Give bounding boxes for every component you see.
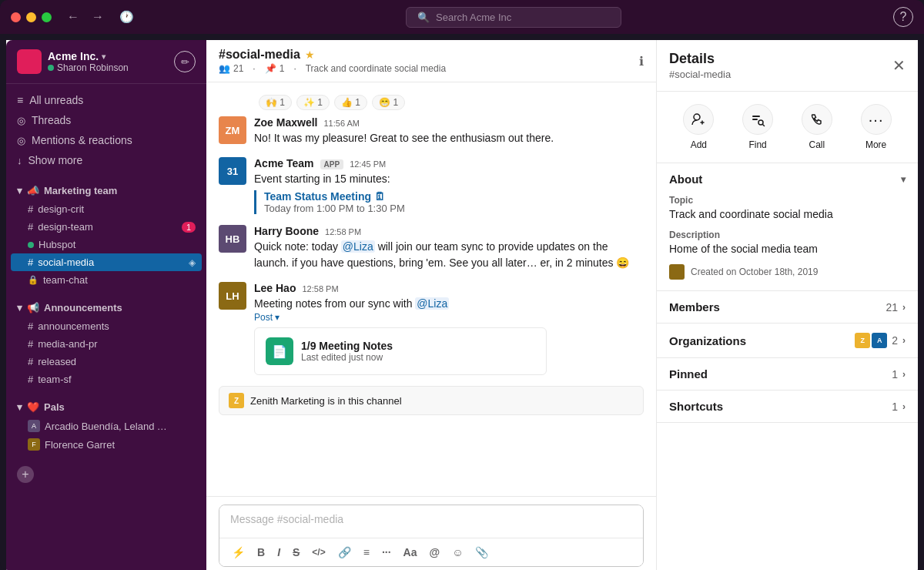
members-section-row[interactable]: Members 21 › bbox=[657, 291, 918, 323]
search-bar[interactable]: 🔍 Search Acme Inc bbox=[406, 7, 621, 28]
harry-time: 12:58 PM bbox=[325, 227, 361, 236]
marketing-section-header[interactable]: ▾ 📣 Marketing team bbox=[6, 181, 206, 200]
created-label: Created on October 18th, 2019 bbox=[691, 267, 818, 277]
search-icon: 🔍 bbox=[417, 12, 430, 23]
code-tool[interactable]: </> bbox=[307, 544, 330, 561]
mac-minimize-button[interactable] bbox=[26, 12, 36, 22]
description-field: Description Home of the social media tea… bbox=[669, 230, 906, 255]
add-channels-button[interactable]: + bbox=[17, 466, 34, 483]
zoe-author[interactable]: Zoe Maxwell bbox=[254, 116, 317, 129]
channel-announcements[interactable]: # announcements bbox=[6, 317, 206, 335]
channel-team-sf[interactable]: # team-sf bbox=[6, 370, 206, 388]
message-acme: 31 Acme Team APP 12:45 PM Event starting… bbox=[219, 157, 644, 214]
sidebar-item-show-more[interactable]: ↓ Show more bbox=[6, 150, 206, 170]
call-action-button[interactable]: Call bbox=[788, 104, 847, 150]
mac-close-button[interactable] bbox=[11, 12, 21, 22]
details-close-button[interactable]: ✕ bbox=[892, 56, 906, 75]
post-attachment[interactable]: 📄 1/9 Meeting Notes Last edited just now bbox=[254, 327, 547, 375]
svg-point-0 bbox=[694, 114, 700, 120]
dm-florence[interactable]: F Florence Garret bbox=[6, 435, 206, 454]
channel-released[interactable]: # released bbox=[6, 353, 206, 370]
about-content: Topic Track and coordinate social media … bbox=[657, 195, 918, 290]
about-section-toggle[interactable]: About ▾ bbox=[657, 163, 918, 195]
sidebar-item-all-unreads[interactable]: ≡ All unreads bbox=[6, 90, 206, 110]
acme-author[interactable]: Acme Team bbox=[254, 157, 314, 169]
mention-tool[interactable]: @ bbox=[424, 543, 444, 562]
pals-section-header[interactable]: ▾ ❤️ Pals bbox=[6, 397, 206, 417]
all-unreads-icon: ≡ bbox=[17, 94, 23, 106]
history-icon[interactable]: 🕐 bbox=[119, 10, 134, 24]
harry-author[interactable]: Harry Boone bbox=[254, 225, 319, 237]
more-formatting-tool[interactable]: ··· bbox=[377, 543, 396, 562]
pinned-count-value: 1 bbox=[892, 368, 898, 381]
channel-hubspot[interactable]: Hubspot bbox=[6, 236, 206, 253]
italic-tool[interactable]: I bbox=[273, 543, 285, 562]
organizations-section-row[interactable]: Organizations Z A 2 › bbox=[657, 324, 918, 357]
reaction-thumbs[interactable]: 👍 1 bbox=[334, 95, 367, 110]
org-chevron-icon: › bbox=[902, 335, 906, 346]
reaction-grin[interactable]: 😁 1 bbox=[372, 95, 405, 110]
pinned-count[interactable]: 📌 1 bbox=[265, 63, 285, 74]
members-label: Members bbox=[669, 300, 720, 314]
details-actions: Add Find Call ·· bbox=[657, 92, 918, 163]
zoe-message-text: No! It was my pleasure! Great to see the… bbox=[254, 130, 644, 146]
hubspot-status-dot bbox=[28, 242, 34, 248]
liza-mention[interactable]: @Liza bbox=[341, 240, 375, 253]
dm-arcadio[interactable]: A Arcadio Buendía, Leland Ygle... bbox=[6, 417, 206, 435]
channel-design-team[interactable]: # design-team 1 bbox=[6, 218, 206, 236]
back-arrow[interactable]: ← bbox=[64, 7, 82, 27]
message-zoe: ZM Zoe Maxwell 11:56 AM No! It was my pl… bbox=[219, 116, 644, 146]
reaction-clap[interactable]: 🙌 1 bbox=[259, 95, 292, 110]
sidebar-nav: ≡ All unreads ◎ Threads ◎ Mentions & rea… bbox=[6, 84, 206, 176]
channel-team-chat[interactable]: 🔒 team-chat bbox=[6, 271, 206, 289]
organizations-label: Organizations bbox=[669, 334, 746, 347]
channel-media-and-pr[interactable]: # media-and-pr bbox=[6, 335, 206, 353]
lee-author[interactable]: Lee Hao bbox=[254, 282, 296, 294]
channel-social-media[interactable]: # social-media ◈ bbox=[11, 253, 202, 271]
about-chevron-icon: ▾ bbox=[901, 174, 906, 185]
lightning-tool[interactable]: ⚡ bbox=[227, 543, 249, 562]
chat-wrapper: #social-media ★ 👥 21 · 📌 1 bbox=[206, 40, 918, 570]
shortcuts-section-row[interactable]: Shortcuts 1 › bbox=[657, 391, 918, 422]
text-style-tool[interactable]: Aa bbox=[399, 543, 422, 562]
florence-avatar: F bbox=[28, 438, 40, 451]
shortcuts-chevron-icon: › bbox=[902, 401, 906, 412]
workspace-avatar bbox=[17, 49, 42, 74]
workspace-name[interactable]: Acme Inc. ▾ bbox=[48, 50, 129, 62]
mac-maximize-button[interactable] bbox=[42, 12, 52, 22]
liza-mention2[interactable]: @Liza bbox=[415, 297, 449, 310]
strikethrough-tool[interactable]: S bbox=[288, 543, 304, 562]
input-toolbar: ⚡ B I S </> 🔗 ≡ ··· Aa @ ☺ 📎 bbox=[219, 538, 643, 566]
forward-arrow[interactable]: → bbox=[89, 7, 107, 27]
compose-button[interactable]: ✏ bbox=[174, 51, 196, 72]
doc-subtitle: Last edited just now bbox=[301, 352, 393, 363]
find-action-button[interactable]: Find bbox=[728, 104, 788, 150]
search-placeholder: Search Acme Inc bbox=[436, 12, 511, 23]
members-count[interactable]: 👥 21 bbox=[219, 63, 243, 74]
chat-area: #social-media ★ 👥 21 · 📌 1 bbox=[206, 40, 656, 570]
link-tool[interactable]: 🔗 bbox=[333, 543, 356, 562]
more-icon: ··· bbox=[861, 104, 892, 135]
star-icon[interactable]: ★ bbox=[305, 49, 315, 61]
lock-icon: 🔒 bbox=[28, 275, 38, 285]
channel-design-crit[interactable]: # design-crit bbox=[6, 200, 206, 218]
bold-tool[interactable]: B bbox=[253, 543, 270, 562]
pinned-section-row[interactable]: Pinned 1 › bbox=[657, 358, 918, 390]
sidebar-item-mentions[interactable]: ◎ Mentions & reactions bbox=[6, 130, 206, 150]
add-action-button[interactable]: Add bbox=[669, 104, 728, 150]
emoji-tool[interactable]: ☺ bbox=[447, 543, 467, 562]
pinned-label: Pinned bbox=[669, 367, 708, 381]
find-action-label: Find bbox=[748, 139, 766, 150]
more-action-button[interactable]: ··· More bbox=[846, 104, 906, 150]
info-icon[interactable]: ℹ bbox=[639, 54, 644, 69]
event-title[interactable]: Team Status Meeting 🗓 bbox=[264, 190, 644, 203]
reaction-sparkles[interactable]: ✨ 1 bbox=[296, 95, 330, 110]
message-input-field[interactable]: Message #social-media bbox=[219, 505, 643, 538]
list-tool[interactable]: ≡ bbox=[359, 543, 374, 562]
help-button[interactable]: ? bbox=[893, 7, 913, 27]
acme-time: 12:45 PM bbox=[350, 159, 386, 169]
sidebar-item-threads[interactable]: ◎ Threads bbox=[6, 110, 206, 130]
marketing-section: ▾ 📣 Marketing team # design-crit # desig… bbox=[6, 181, 206, 289]
attach-tool[interactable]: 📎 bbox=[470, 543, 493, 562]
announcements-section-header[interactable]: ▾ 📢 Announcements bbox=[6, 298, 206, 317]
